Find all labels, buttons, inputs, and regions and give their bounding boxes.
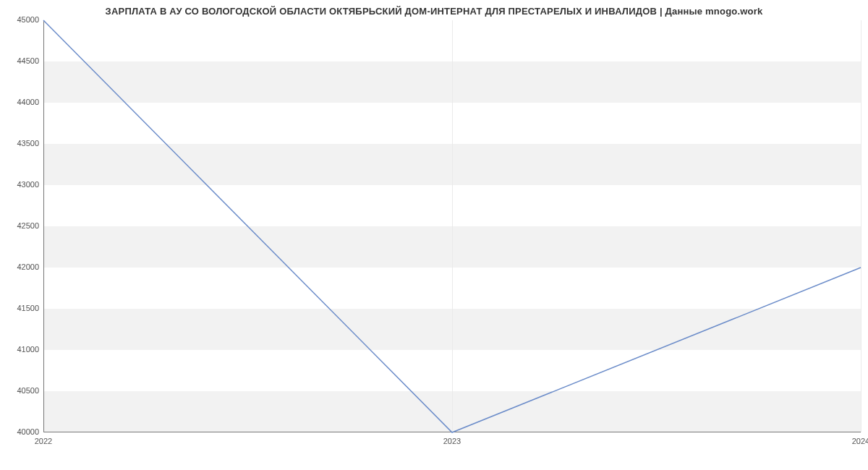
y-tick-label: 41500 [7,304,39,312]
y-tick-label: 43000 [7,180,39,189]
y-tick-label: 43500 [7,139,39,148]
y-tick-label: 40500 [7,386,39,395]
plot-area [43,20,861,432]
x-tick-label: 2023 [430,437,474,445]
vertical-gridline [861,20,861,432]
y-tick-label: 45000 [7,15,39,24]
x-tick-label: 2022 [22,437,65,445]
y-tick-label: 44500 [7,56,39,65]
y-tick-label: 44000 [7,98,39,106]
line-series [43,20,861,432]
y-tick-label: 42500 [7,221,39,230]
y-tick-label: 41000 [7,345,39,354]
y-tick-label: 40000 [7,427,39,436]
y-tick-label: 42000 [7,262,39,271]
chart-title: ЗАРПЛАТА В АУ СО ВОЛОГОДСКОЙ ОБЛАСТИ ОКТ… [0,6,868,17]
line-series-svg [43,20,861,432]
x-tick-label: 2024 [839,437,868,445]
